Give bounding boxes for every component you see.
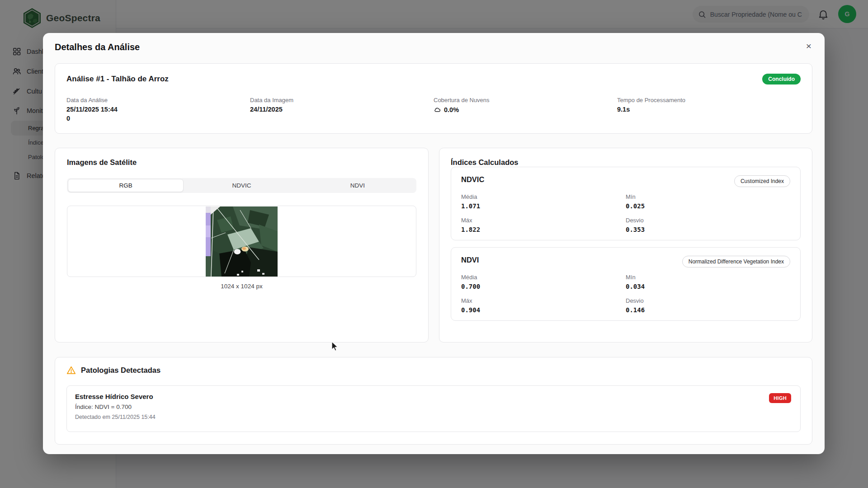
field-cobertura-nuvens: Cobertura de Nuvens 0.0% — [434, 97, 617, 122]
tab-ndvi[interactable]: NDVI — [300, 179, 415, 192]
index-type-badge: Normalized Difference Vegetation Index — [682, 256, 790, 267]
satellite-images-card: Imagens de Satélite RGB NDVIC NDVI — [55, 148, 429, 343]
analysis-details-modal: Detalhes da Análise × Análise #1 - Talhã… — [43, 33, 825, 454]
satellite-image-frame — [67, 206, 416, 277]
geospectra-app: GeoSpectra Dashb Cliente — [0, 0, 868, 488]
index-card-ndvic: NDVIC Customized Index Média 1.071 Mín 0… — [451, 167, 801, 240]
tab-ndvic[interactable]: NDVIC — [184, 179, 299, 192]
cursor-icon — [331, 342, 341, 352]
pathologies-title: Patologias Detectadas — [81, 366, 160, 375]
field-extra-value: 0 — [66, 115, 250, 122]
tab-rgb[interactable]: RGB — [68, 179, 184, 192]
stat-min: Mín 0.034 — [626, 274, 790, 290]
indices-card-title: Índices Calculados — [451, 158, 801, 167]
close-icon[interactable]: × — [802, 39, 816, 53]
stat-max: Máx 1.822 — [461, 217, 626, 233]
field-tempo-processamento: Tempo de Processamento 9.1s — [617, 97, 801, 122]
image-type-tabs: RGB NDVIC NDVI — [67, 178, 416, 193]
index-type-badge: Customized Index — [734, 175, 790, 187]
analysis-title: Análise #1 - Talhão de Arroz — [66, 75, 169, 84]
pathology-name: Estresse Hídrico Severo — [75, 393, 792, 400]
field-data-imagem: Data da Imagem 24/11/2025 — [250, 97, 434, 122]
stat-max: Máx 0.904 — [461, 297, 626, 314]
index-card-ndvi: NDVI Normalized Difference Vegetation In… — [451, 247, 801, 321]
pathology-item: Estresse Hídrico Severo Índice: NDVI = 0… — [66, 385, 801, 432]
index-name: NDVI — [461, 256, 479, 264]
index-name: NDVIC — [461, 175, 484, 184]
stat-desvio: Desvio 0.146 — [626, 297, 790, 314]
pathology-detected-line: Detectado em 25/11/2025 15:44 — [75, 414, 792, 420]
severity-badge: HIGH — [769, 393, 791, 403]
cloud-icon — [434, 106, 441, 113]
satellite-rgb-thumbnail[interactable] — [206, 206, 278, 277]
analysis-overview-card: Análise #1 - Talhão de Arroz Concluído D… — [55, 63, 812, 134]
pathology-index-line: Índice: NDVI = 0.700 — [75, 404, 792, 410]
modal-title: Detalhes da Análise — [55, 42, 140, 52]
stat-min: Mín 0.025 — [626, 193, 790, 210]
stat-desvio: Desvio 0.353 — [626, 217, 790, 233]
image-dimensions-caption: 1024 x 1024 px — [67, 283, 416, 290]
status-badge: Concluído — [762, 74, 801, 84]
stat-media: Média 1.071 — [461, 193, 626, 210]
detected-pathologies-card: Patologias Detectadas Estresse Hídrico S… — [55, 357, 812, 445]
stat-media: Média 0.700 — [461, 274, 626, 290]
satellite-card-title: Imagens de Satélite — [67, 158, 416, 167]
calculated-indices-card: Índices Calculados NDVIC Customized Inde… — [439, 148, 812, 343]
field-data-analise: Data da Análise 25/11/2025 15:44 0 — [66, 97, 250, 122]
warning-icon — [66, 366, 76, 375]
